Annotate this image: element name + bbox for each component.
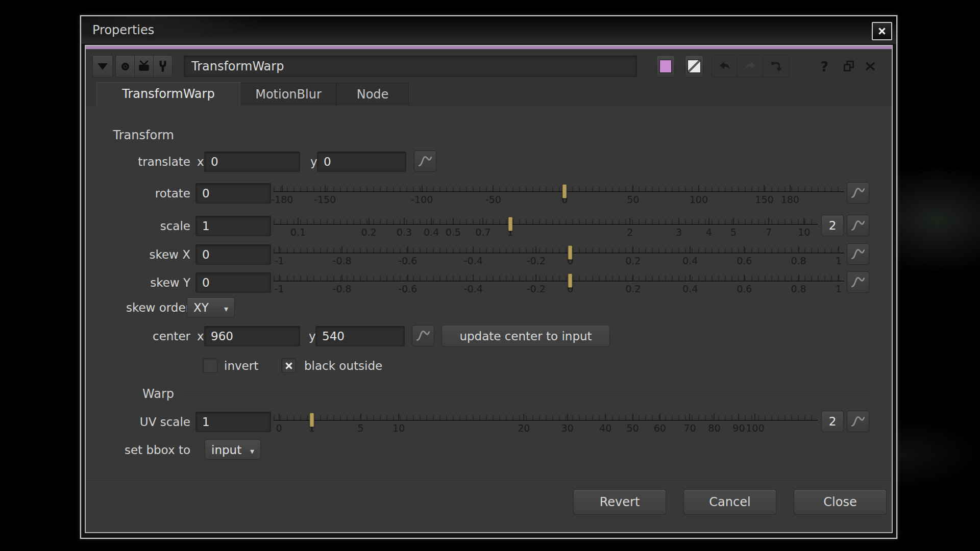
panel-content: ? Transfor [86,49,892,532]
rotate-slider[interactable]: -180-150-100-50050100150180 [274,181,844,206]
slider-tick [708,218,709,224]
translate-y-input[interactable] [317,152,406,172]
slider-tick-label: 180 [781,194,799,205]
slider-tick-label: 0.6 [737,283,752,294]
slider-tick-label: 90 [732,422,745,434]
slider-track[interactable] [274,420,818,421]
scale-slider[interactable]: 0.10.20.30.40.50.712345710 [274,214,818,238]
center-x-input[interactable] [204,326,300,346]
slider-tick [733,218,734,224]
curve-icon [850,247,866,261]
slider-tick [798,246,799,253]
skew-x-slider-handle[interactable] [568,245,573,260]
slider-tick [632,274,633,281]
skew-y-slider[interactable]: -1-0.8-0.6-0.4-0.200.20.40.60.81 [274,270,844,295]
translate-animation-curve-button[interactable] [414,151,436,172]
slider-track[interactable] [274,224,818,225]
uv-scale-animation-curve-button[interactable] [847,411,869,432]
slider-tick [482,218,483,224]
window-close-button[interactable] [872,22,892,40]
tab-motionblur[interactable]: MotionBlur [240,83,336,106]
slider-tick-label: -180 [271,194,293,205]
skew-order-row: skew order XY [86,295,892,320]
revert-button[interactable]: Revert [573,489,666,515]
scale-slider-handle[interactable] [508,217,512,231]
slider-tick-label: 0.7 [475,227,491,238]
uv-scale-input[interactable] [195,412,271,432]
skew-y-row: skew Y -1-0.8-0.6-0.4-0.200.20.40.60.81 [86,270,892,295]
black-outside-checkbox[interactable] [281,358,296,373]
center-y-input[interactable] [315,326,405,346]
slider-tick [744,246,745,253]
rotate-animation-curve-button[interactable] [847,182,869,204]
set-bbox-value: input [211,443,241,457]
slider-track[interactable] [274,191,844,192]
translate-x-input[interactable] [204,152,300,172]
tab-transformwarp[interactable]: TransformWarp [96,82,240,106]
help-button[interactable]: ? [816,55,833,78]
set-bbox-select[interactable]: input [205,440,261,460]
undo-button[interactable] [712,56,738,77]
slider-tick-label: 0.4 [424,227,439,238]
center-node-button[interactable] [115,55,135,78]
uv-scale-multi-value-button[interactable]: 2 [821,411,844,432]
slider-tick [790,185,791,191]
scale-multi-value-button[interactable]: 2 [821,215,844,236]
transform-group-header: Transform [86,125,892,145]
skew-y-animation-curve-button[interactable] [847,271,869,293]
panel-menu-button[interactable] [92,55,113,78]
skew-x-slider[interactable]: -1-0.8-0.6-0.4-0.200.20.40.60.81 [274,242,844,267]
curve-icon [418,154,433,168]
rotate-row: rotate -180-150-100-50050100150180 [86,181,892,206]
slider-tick [535,274,536,281]
scale-animation-curve-button[interactable] [847,215,869,236]
slider-tick-label: 100 [690,194,708,205]
slider-tick-label: 10 [798,227,810,238]
titlebar[interactable]: Properties [81,16,896,44]
scale-input[interactable] [195,216,271,236]
slider-tick [689,414,690,420]
rotate-slider-handle[interactable] [562,184,567,198]
slider-tick [744,274,745,281]
skew-y-input[interactable] [195,272,271,293]
settings-button[interactable] [153,55,173,78]
transform-group-label: Transform [86,125,174,145]
close-button[interactable]: Close [794,489,887,515]
invert-checkbox[interactable] [203,358,217,373]
node-name-input[interactable] [184,56,637,77]
rotate-input[interactable] [195,183,271,204]
slider-tick-label: 50 [626,422,639,434]
slider-tick-label: 0.3 [397,227,412,238]
center-label: center [86,324,190,348]
slider-tick [605,414,606,420]
skew-x-input[interactable] [195,244,271,265]
skew-y-slider-handle[interactable] [568,273,573,288]
slider-tick-label: 0.8 [791,283,806,294]
checkbox-row: invert black outside [86,357,892,381]
redo-button[interactable] [738,56,763,77]
channel-mask-button[interactable] [685,55,703,78]
cancel-button[interactable]: Cancel [683,489,776,515]
node-color-button[interactable] [656,55,675,78]
viewer-button[interactable] [134,55,154,78]
slider-tick [341,246,342,253]
skew-x-animation-curve-button[interactable] [847,243,869,265]
skew-order-select[interactable]: XY [187,297,235,317]
scale-row: scale 0.10.20.30.40.50.712345710 2 [86,214,892,238]
uv-scale-slider[interactable]: 015102030405060708090100 [274,410,818,434]
slider-track[interactable] [274,253,844,254]
tab-node[interactable]: Node [336,83,409,106]
group-divider [181,135,870,136]
slider-tick [279,274,280,281]
slider-tick [453,218,454,224]
revert-arrow-button[interactable] [763,56,789,77]
translate-label: translate [86,149,190,174]
update-center-button[interactable]: update center to input [442,325,610,347]
close-panel-button[interactable] [862,55,879,78]
slider-track[interactable] [274,281,844,282]
slider-tick [738,414,739,420]
slider-tick-label: -0.8 [333,255,352,266]
center-animation-curve-button[interactable] [412,325,434,346]
float-panel-button[interactable] [840,55,857,78]
uv-scale-slider-handle[interactable] [309,413,314,427]
